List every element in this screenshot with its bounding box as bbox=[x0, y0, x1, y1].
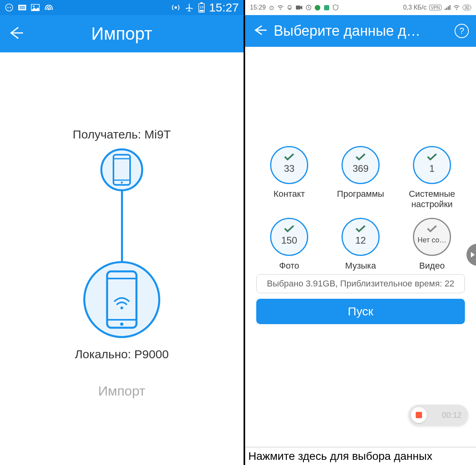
svg-rect-26 bbox=[296, 6, 300, 10]
data-label: Контакт bbox=[273, 189, 305, 199]
record-time: 00:12 bbox=[442, 411, 462, 420]
network-speed: 0,3 КБ/с bbox=[403, 4, 426, 11]
image-icon bbox=[31, 4, 40, 11]
clock-icon bbox=[306, 5, 311, 10]
shield-icon bbox=[333, 4, 338, 11]
svg-rect-32 bbox=[448, 6, 449, 10]
svg-point-34 bbox=[456, 9, 457, 10]
check-icon bbox=[355, 153, 366, 161]
svg-rect-33 bbox=[449, 5, 451, 10]
svg-point-23 bbox=[120, 323, 123, 326]
app-bar: Импорт bbox=[0, 15, 244, 52]
svg-rect-29 bbox=[324, 5, 329, 10]
data-item-music[interactable]: 12 Музыка bbox=[328, 218, 393, 271]
data-label: Фото bbox=[279, 261, 299, 271]
hotspot-icon bbox=[44, 4, 54, 12]
airplane-icon bbox=[184, 3, 194, 12]
screen-recorder-pill[interactable]: 00:12 bbox=[409, 405, 468, 425]
data-item-photos[interactable]: 150 Фото bbox=[256, 218, 322, 271]
status-time: 15:27 bbox=[209, 1, 239, 14]
data-label: Видео bbox=[419, 261, 445, 271]
status-dots-icon bbox=[5, 3, 13, 12]
data-item-video[interactable]: Нет со… Видео bbox=[399, 218, 465, 271]
status-time: 15:29 bbox=[250, 4, 266, 11]
record-stop-icon[interactable] bbox=[411, 407, 427, 423]
check-icon bbox=[284, 225, 295, 232]
page-title: Выберите данные д… bbox=[274, 23, 476, 39]
data-item-settings[interactable]: 1 Системные настройки bbox=[399, 146, 465, 210]
svg-point-10 bbox=[175, 6, 177, 9]
status-bar: 19 15:27 bbox=[0, 0, 244, 15]
start-button[interactable]: Пуск bbox=[256, 299, 465, 324]
help-button[interactable]: ? bbox=[455, 24, 469, 38]
doc-icon bbox=[17, 4, 27, 12]
app-icon bbox=[315, 5, 321, 11]
svg-point-2 bbox=[10, 7, 11, 8]
svg-rect-12 bbox=[200, 2, 203, 4]
wifi-icon bbox=[453, 5, 460, 10]
recipient-device-icon bbox=[100, 148, 143, 191]
data-count: Нет со… bbox=[418, 236, 447, 244]
data-item-contacts[interactable]: 33 Контакт bbox=[256, 146, 322, 210]
summary-box: Выбрано 3.91GB, Приблизительное время: 2… bbox=[256, 274, 465, 293]
vpn-badge: VPN bbox=[429, 5, 441, 10]
check-icon bbox=[426, 153, 438, 161]
check-icon bbox=[426, 225, 438, 232]
data-label: Музыка bbox=[345, 261, 376, 271]
recipient-label: Получатель: Mi9T bbox=[73, 128, 171, 141]
status-bar: 15:29 ⊙ 0,3 КБ/с bbox=[245, 0, 476, 15]
bell-icon bbox=[287, 5, 292, 10]
svg-rect-31 bbox=[446, 8, 447, 10]
screenshot-right: 15:29 ⊙ 0,3 КБ/с bbox=[245, 0, 476, 465]
bottom-hint[interactable]: Нажмите здесь для выбора данных bbox=[245, 447, 476, 465]
back-button[interactable] bbox=[252, 24, 268, 38]
svg-point-9 bbox=[48, 8, 50, 10]
select-data-content: 33 Контакт 369 Программы 1 Системные нас… bbox=[245, 47, 476, 465]
data-count: 150 bbox=[281, 235, 297, 246]
data-label: Программы bbox=[337, 189, 384, 199]
video-icon bbox=[296, 5, 303, 10]
wifi-icon bbox=[277, 5, 284, 10]
svg-point-24 bbox=[121, 307, 123, 309]
data-grid: 33 Контакт 369 Программы 1 Системные нас… bbox=[256, 146, 465, 271]
battery-icon: 19 bbox=[198, 2, 205, 13]
status-dots-icon: ⊙ bbox=[269, 4, 274, 12]
back-button[interactable] bbox=[7, 26, 25, 42]
import-button[interactable]: Импорт bbox=[98, 383, 146, 399]
signal-icon bbox=[444, 5, 451, 10]
app-icon bbox=[324, 5, 330, 11]
svg-rect-13 bbox=[200, 10, 203, 12]
local-label: Локально: P9000 bbox=[75, 348, 169, 361]
data-label: Системные настройки bbox=[399, 189, 465, 210]
app-bar: Выберите данные д… ? bbox=[245, 15, 476, 47]
svg-point-1 bbox=[8, 7, 9, 8]
import-content: Получатель: Mi9T Локально: P9000 Импорт bbox=[0, 52, 244, 465]
data-count: 12 bbox=[355, 235, 366, 246]
svg-point-8 bbox=[33, 6, 35, 7]
svg-point-19 bbox=[121, 182, 123, 184]
screenshot-left: 19 15:27 Импорт Получатель: Mi9T Локальн… bbox=[0, 0, 244, 465]
connection-line bbox=[121, 190, 123, 262]
svg-rect-30 bbox=[445, 9, 446, 10]
data-count: 33 bbox=[284, 163, 295, 174]
page-title: Импорт bbox=[0, 24, 244, 44]
svg-point-28 bbox=[315, 5, 321, 10]
svg-point-25 bbox=[280, 9, 281, 10]
check-icon bbox=[355, 225, 366, 232]
battery-icon: 30 bbox=[463, 5, 471, 10]
data-item-apps[interactable]: 369 Программы bbox=[328, 146, 393, 210]
data-count: 1 bbox=[429, 163, 434, 174]
svg-point-0 bbox=[6, 4, 13, 11]
local-device-icon bbox=[83, 261, 160, 338]
data-count: 369 bbox=[353, 163, 369, 174]
svg-text:19: 19 bbox=[200, 5, 203, 9]
check-icon bbox=[284, 153, 295, 161]
hotspot-icon bbox=[171, 3, 180, 12]
